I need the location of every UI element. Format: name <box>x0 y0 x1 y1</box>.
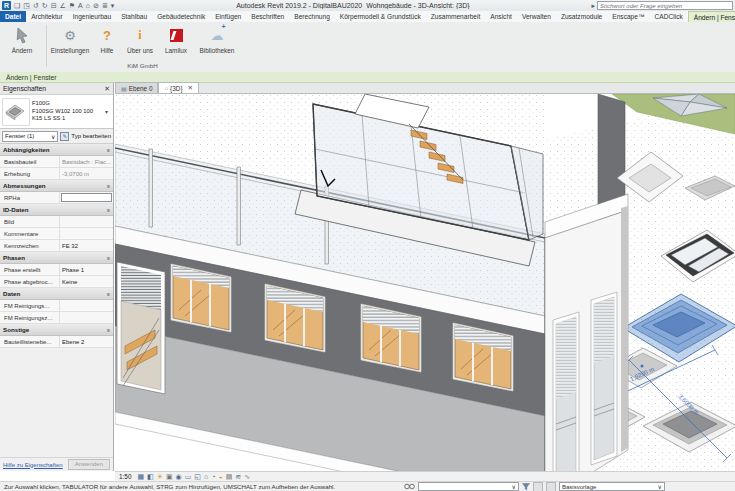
property-value[interactable] <box>60 312 113 323</box>
section-toggle-icon[interactable]: ≡ <box>107 183 110 189</box>
view-properties-icon[interactable]: ▤ <box>226 473 233 481</box>
section-phasen[interactable]: Phasen≡ <box>0 252 113 264</box>
reveal-hidden-icon[interactable]: ◒ <box>218 473 222 481</box>
property-row-fm-reinigungsz: FM Reinigungsz... <box>0 312 113 324</box>
modify-cursor-icon <box>15 25 30 45</box>
property-value[interactable] <box>60 228 113 239</box>
shadows-icon[interactable]: ▣ <box>166 473 173 481</box>
lock-3d-icon[interactable]: ⌂ <box>204 473 208 481</box>
section-abmessungen[interactable]: Abmessungen≡ <box>0 180 113 192</box>
sun-path-icon[interactable]: ☀ <box>157 473 163 481</box>
section-icon[interactable]: ⊘ <box>93 1 99 10</box>
search-expander-icon[interactable]: ▸ <box>591 1 595 10</box>
constraints-icon[interactable]: ∿ <box>244 473 250 481</box>
tab-gebaeudetechnik[interactable]: Gebäudetechnik <box>152 11 210 22</box>
section-abhaengigkeiten[interactable]: Abhängigkeiten≡ <box>0 144 113 156</box>
tab-datei[interactable]: Datei <box>0 11 26 22</box>
tab-zusammenarbeit[interactable]: Zusammenarbeit <box>426 11 485 22</box>
design-option-dropdown[interactable]: Basisvorlage ∨ <box>559 482 665 491</box>
property-row-phase-abgebrochen: Phase abgebroc... Keine <box>0 276 113 288</box>
view-tab-ebene0[interactable]: ▤ Ebene 0 <box>115 82 158 93</box>
section-toggle-icon[interactable]: ≡ <box>107 291 110 297</box>
panel-separator <box>46 25 47 67</box>
tab-berechnung[interactable]: Berechnung <box>289 11 335 22</box>
hide-isolate-icon[interactable]: ◔ <box>211 473 215 481</box>
apply-button[interactable]: Anwenden <box>68 459 110 470</box>
edit-type-button[interactable]: ✎ Typ bearbeiten <box>60 132 111 141</box>
revit-logo-icon[interactable]: R <box>2 1 11 10</box>
property-value-input[interactable] <box>61 193 112 202</box>
tab-enscape[interactable]: Enscape™ <box>607 11 649 22</box>
property-label: FM Reinigungsz... <box>0 312 60 323</box>
property-value[interactable]: Phase 1 <box>60 264 113 275</box>
property-value[interactable]: Ebene 2 <box>60 336 113 347</box>
chevron-down-icon[interactable]: ▾ <box>105 108 113 115</box>
property-value[interactable]: -3,0700 m <box>60 168 113 179</box>
tab-architektur[interactable]: Architektur <box>26 11 68 22</box>
type-name-line3: K15 LS SS 1 <box>32 115 105 123</box>
section-id-daten[interactable]: ID-Daten≡ <box>0 204 113 216</box>
close-view-icon[interactable]: ✕ <box>188 84 193 92</box>
visual-style-icon[interactable]: ◧ <box>147 473 154 481</box>
modify-button[interactable]: Ändern <box>0 22 44 71</box>
tab-ingenieurbau[interactable]: Ingenieurbau <box>68 11 117 22</box>
section-toggle-icon[interactable]: ≡ <box>107 207 110 213</box>
exclude-options-icon[interactable] <box>546 482 556 491</box>
type-selector[interactable]: F100G F100SG W102 100 100 K15 LS SS 1 ▾ <box>0 95 113 129</box>
section-toggle-icon[interactable]: ≡ <box>107 147 110 153</box>
property-value[interactable]: Keine <box>60 276 113 287</box>
section-toggle-icon[interactable]: ≡ <box>107 327 110 333</box>
close-icon[interactable]: ✕ <box>104 85 110 93</box>
tab-koerpermodell[interactable]: Körpermodell & Grundstück <box>335 11 426 22</box>
3d-view[interactable]: 1,9200 m 3,6000 m <box>115 94 735 471</box>
save-icon[interactable]: ◳ <box>23 1 30 10</box>
analytical-icon[interactable]: ≋ <box>235 473 241 481</box>
crop-view-icon[interactable]: ▭ <box>185 473 192 481</box>
type-thumbnail <box>2 98 30 126</box>
section-sonstige[interactable]: Sonstige≡ <box>0 324 113 336</box>
tab-stahlbau[interactable]: Stahlbau <box>116 11 152 22</box>
property-value[interactable] <box>60 300 113 311</box>
default-3d-view-icon[interactable]: ⌂ <box>86 1 90 10</box>
search-input[interactable] <box>597 1 733 10</box>
property-value[interactable]: Basisdach : Flac... <box>60 156 113 167</box>
thin-lines-icon[interactable]: ≣ <box>102 1 108 10</box>
open-file-icon[interactable]: ❑ <box>14 1 20 10</box>
tab-zusatzmodule[interactable]: Zusatzmodule <box>556 11 607 22</box>
tall-window-2[interactable] <box>591 292 617 465</box>
property-value[interactable] <box>60 216 113 227</box>
design-options-icon[interactable] <box>533 482 543 491</box>
scale-button[interactable]: 1:50 <box>119 473 131 480</box>
detail-level-icon[interactable]: ▦ <box>137 473 144 481</box>
tab-aendern-fenster[interactable]: Ändern | Fenster <box>688 11 735 22</box>
section-toggle-icon[interactable]: ≡ <box>107 255 110 261</box>
show-crop-icon[interactable]: ◱ <box>194 473 201 481</box>
view-tab-label: {3D} <box>170 85 182 92</box>
tab-ansicht[interactable]: Ansicht <box>485 11 517 22</box>
properties-help-link[interactable]: Hilfe zu Eigenschaften <box>3 462 63 468</box>
property-value[interactable]: FE 32 <box>60 240 113 251</box>
tab-einfuegen[interactable]: Einfügen <box>210 11 246 22</box>
redo-icon[interactable]: ↻ <box>42 1 48 10</box>
filter-icon[interactable] <box>522 483 530 491</box>
measure-icon[interactable]: ∠ <box>60 1 66 10</box>
tall-window-1[interactable] <box>553 312 579 471</box>
print-icon[interactable]: ⊟ <box>51 1 57 10</box>
tab-verwalten[interactable]: Verwalten <box>517 11 556 22</box>
property-row-bauteillistenebene: Bauteillistenebe... Ebene 2 <box>0 336 113 348</box>
rendering-icon[interactable]: ◉ <box>176 473 182 481</box>
section-daten[interactable]: Daten≡ <box>0 288 113 300</box>
drawing-area[interactable]: 1,9200 m 3,6000 m <box>115 94 735 471</box>
editing-requests-icon[interactable] <box>404 483 415 490</box>
staircase-window[interactable] <box>117 262 165 394</box>
lamilux-logo-icon <box>170 25 183 45</box>
workset-dropdown[interactable]: ∨ <box>418 482 519 491</box>
view-tab-3d[interactable]: ⌂ {3D} ✕ <box>158 82 199 93</box>
dimension-icon[interactable]: ⚑ <box>69 1 75 10</box>
undo-icon[interactable]: ↺ <box>33 1 39 10</box>
text-icon[interactable]: A <box>78 1 83 10</box>
element-filter-dropdown[interactable]: Fenster (1) ∨ <box>2 131 58 142</box>
tab-cadclick[interactable]: CADClick <box>650 11 688 22</box>
plan-view-icon: ▤ <box>121 85 127 92</box>
tab-beschriften[interactable]: Beschriften <box>246 11 289 22</box>
